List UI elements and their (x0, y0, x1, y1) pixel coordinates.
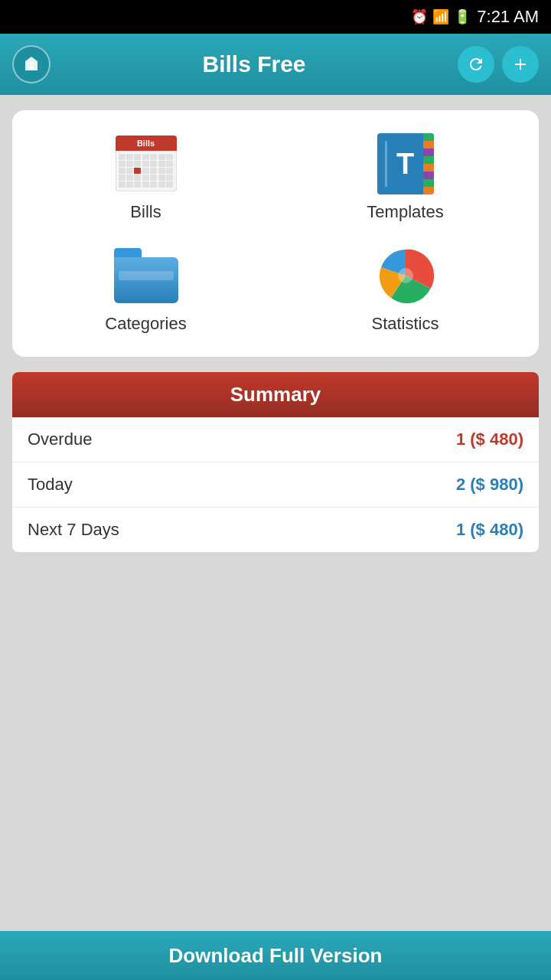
download-label: Download Full Version (169, 944, 383, 968)
alarm-icon: ⏰ (411, 8, 428, 25)
statistics-label: Statistics (371, 314, 439, 334)
svg-rect-0 (29, 66, 34, 70)
overdue-label: Overdue (28, 430, 92, 449)
battery-icon: 🔋 (454, 8, 471, 25)
add-button[interactable] (502, 46, 539, 83)
next7-label: Next 7 Days (28, 520, 119, 540)
menu-item-bills[interactable]: Bills Bills (20, 126, 272, 230)
overdue-value: 1 ($ 480) (456, 430, 523, 449)
categories-label: Categories (105, 314, 186, 334)
svg-point-1 (398, 268, 413, 283)
app-logo (12, 45, 51, 83)
menu-item-categories[interactable]: Categories (20, 237, 272, 341)
bills-icon: Bills (112, 133, 181, 194)
header: Bills Free (0, 34, 551, 95)
menu-item-templates[interactable]: T Templates (279, 126, 531, 230)
templates-icon-container: T (371, 133, 440, 194)
status-bar: ⏰ 📶 🔋 7:21 AM (0, 0, 551, 34)
templates-label: Templates (367, 202, 443, 222)
bills-label: Bills (130, 202, 161, 222)
today-label: Today (28, 475, 73, 495)
menu-card: Bills Bills (12, 110, 539, 357)
signal-icon: 📶 (432, 8, 449, 25)
summary-overdue-row[interactable]: Overdue 1 ($ 480) (12, 417, 539, 462)
summary-title: Summary (12, 372, 539, 417)
summary-today-row[interactable]: Today 2 ($ 980) (12, 462, 539, 508)
refresh-button[interactable] (458, 46, 494, 83)
categories-icon-container (112, 245, 181, 306)
status-icons: ⏰ 📶 🔋 (411, 8, 471, 25)
main-content: Bills Bills (0, 95, 551, 931)
footer[interactable]: Download Full Version (0, 931, 551, 980)
summary-card: Summary Overdue 1 ($ 480) Today 2 ($ 980… (12, 372, 539, 552)
summary-next7-row[interactable]: Next 7 Days 1 ($ 480) (12, 508, 539, 552)
status-time: 7:21 AM (477, 7, 539, 27)
statistics-icon-container (371, 245, 440, 306)
today-value: 2 ($ 980) (456, 475, 523, 495)
menu-item-statistics[interactable]: Statistics (279, 237, 531, 341)
app-title: Bills Free (51, 51, 458, 77)
header-actions (458, 46, 539, 83)
next7-value: 1 ($ 480) (456, 520, 523, 540)
